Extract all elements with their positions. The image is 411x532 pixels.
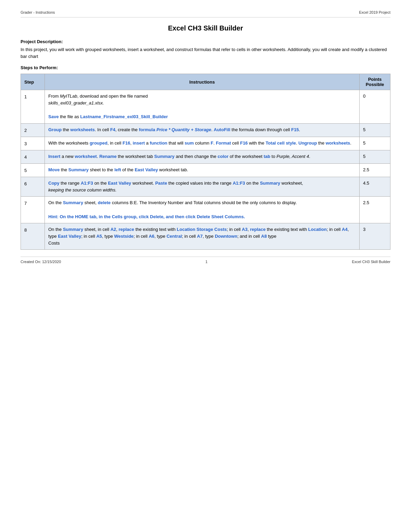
table-row: 7On the Summary sheet, delete columns B:…	[21, 197, 390, 223]
header-left: Grader - Instructions	[21, 10, 55, 14]
instruction-cell: Copy the range A1:F3 on the East Valley …	[45, 177, 360, 197]
header-bar: Grader - Instructions Excel 2019 Project	[21, 10, 390, 17]
instruction-cell: On the Summary sheet, delete columns B:E…	[45, 197, 360, 223]
step-number: 5	[21, 163, 45, 177]
col-header-instructions: Instructions	[45, 74, 360, 90]
footer-center: 1	[61, 260, 352, 264]
instruction-cell: With the worksheets grouped, in cell F16…	[45, 137, 360, 150]
instruction-cell: Move the Summary sheet to the left of th…	[45, 163, 360, 177]
step-number: 8	[21, 223, 45, 249]
header-right: Excel 2019 Project	[359, 10, 390, 14]
instruction-cell: On the Summary sheet, in cell A2, replac…	[45, 223, 360, 249]
footer-bar: Created On: 12/15/2020 1 Excel CH3 Skill…	[21, 257, 390, 264]
step-number: 4	[21, 150, 45, 163]
table-row: 2Group the worksheets. In cell F4, creat…	[21, 123, 390, 137]
steps-table: Step Instructions Points Possible 1From …	[21, 74, 390, 250]
instruction-cell: Group the worksheets. In cell F4, create…	[45, 123, 360, 137]
footer-right: Excel CH3 Skill Builder	[352, 260, 390, 264]
step-number: 6	[21, 177, 45, 197]
col-header-step: Step	[21, 74, 45, 90]
project-description: In this project, you will work with grou…	[21, 46, 390, 60]
table-row: 8On the Summary sheet, in cell A2, repla…	[21, 223, 390, 249]
instruction-cell: Insert a new worksheet. Rename the works…	[45, 150, 360, 163]
points-cell: 5	[360, 150, 390, 163]
footer-left: Created On: 12/15/2020	[21, 260, 61, 264]
steps-heading: Steps to Perform:	[21, 65, 390, 70]
step-number: 7	[21, 197, 45, 223]
points-cell: 2.5	[360, 163, 390, 177]
points-cell: 5	[360, 137, 390, 150]
points-cell: 5	[360, 123, 390, 137]
table-row: 4Insert a new worksheet. Rename the work…	[21, 150, 390, 163]
points-cell: 3	[360, 223, 390, 249]
page-title: Excel CH3 Skill Builder	[21, 24, 390, 32]
project-description-heading: Project Description:	[21, 39, 390, 44]
points-cell: 0	[360, 90, 390, 124]
step-number: 1	[21, 90, 45, 124]
points-cell: 4.5	[360, 177, 390, 197]
step-number: 2	[21, 123, 45, 137]
table-row: 6Copy the range A1:F3 on the East Valley…	[21, 177, 390, 197]
page: Grader - Instructions Excel 2019 Project…	[0, 0, 411, 532]
table-row: 3With the worksheets grouped, in cell F1…	[21, 137, 390, 150]
table-row: 5Move the Summary sheet to the left of t…	[21, 163, 390, 177]
step-number: 3	[21, 137, 45, 150]
instruction-cell: From MyITLab, download and open the file…	[45, 90, 360, 124]
table-row: 1From MyITLab, download and open the fil…	[21, 90, 390, 124]
points-cell: 2.5	[360, 197, 390, 223]
col-header-points: Points Possible	[360, 74, 390, 90]
